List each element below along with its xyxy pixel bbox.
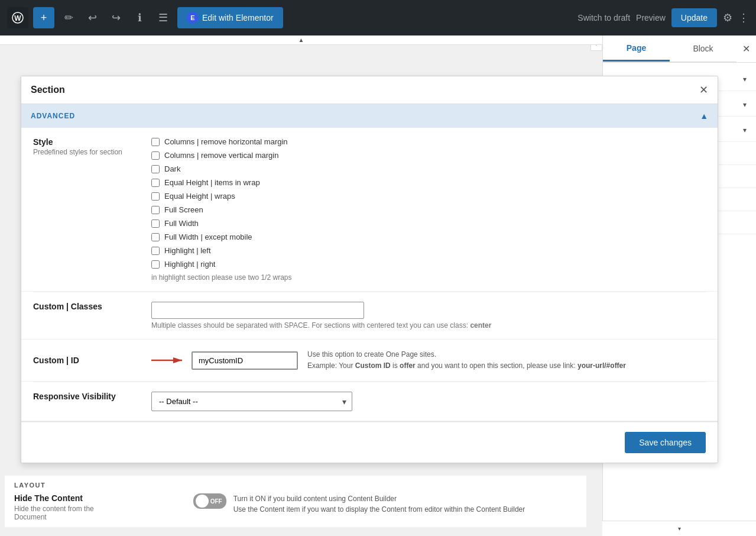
custom-id-row: Custom | ID Use this option to create On… xyxy=(21,340,718,382)
checkbox-equal-height-wraps[interactable]: Equal Height | wraps xyxy=(151,192,706,201)
checkbox-dark-input[interactable] xyxy=(151,165,160,173)
checkbox-full-screen[interactable]: Full Screen xyxy=(151,205,706,214)
layout-label: LAYOUT xyxy=(14,482,577,489)
list-button[interactable]: ☰ xyxy=(154,8,173,27)
preview-link[interactable]: Preview xyxy=(636,13,666,22)
checkbox-full-width-except-mobile[interactable]: Full Width | except mobile xyxy=(151,233,706,241)
scroll-down-indicator[interactable]: ▾ xyxy=(602,521,756,536)
advanced-tab-collapse-icon: ▲ xyxy=(700,111,708,121)
custom-id-input-group: Use this option to create One Page sites… xyxy=(192,349,706,372)
checkbox-columns-remove-vertical[interactable]: Columns | remove vertical margin xyxy=(151,151,706,160)
checkbox-equal-height-wraps-input[interactable] xyxy=(151,192,160,201)
switch-to-draft-link[interactable]: Switch to draft xyxy=(577,13,630,22)
tab-block[interactable]: Block xyxy=(670,35,736,62)
style-label: Style xyxy=(33,137,151,147)
section-dialog: Section ✕ ADVANCED ▲ Style Predefined st… xyxy=(21,76,718,463)
custom-classes-control-col: Multiple classes should be separated wit… xyxy=(151,302,706,330)
checkbox-full-width-except-mobile-input[interactable] xyxy=(151,233,160,241)
hide-content-text: Hide The Content Hide the content from t… xyxy=(14,493,186,521)
responsive-label: Responsive Visibility xyxy=(33,392,151,401)
red-arrow-icon xyxy=(151,353,187,367)
advanced-tab-bar[interactable]: ADVANCED ▲ xyxy=(21,104,718,128)
checkbox-highlight-right[interactable]: Highlight | right xyxy=(151,260,706,269)
add-button[interactable]: + xyxy=(33,7,54,28)
custom-id-description: Use this option to create One Page sites… xyxy=(307,349,626,372)
scroll-up-indicator[interactable]: ▲ xyxy=(0,35,602,45)
custom-classes-label: Custom | Classes xyxy=(33,302,151,311)
toggle-label: OFF xyxy=(210,498,222,505)
update-button[interactable]: Update xyxy=(671,8,717,27)
checkbox-columns-remove-horizontal-input[interactable] xyxy=(151,138,160,146)
dialog-close-button[interactable]: ✕ xyxy=(699,83,708,96)
checkbox-full-width-input[interactable] xyxy=(151,219,160,228)
responsive-visibility-row: Responsive Visibility -- Default -- ▾ xyxy=(21,382,718,421)
edit-with-elementor-button[interactable]: E Edit with Elementor xyxy=(177,7,283,28)
toggle-knob xyxy=(196,495,209,508)
responsive-select-wrap: -- Default -- ▾ xyxy=(151,392,352,411)
info-button[interactable]: ℹ xyxy=(130,8,149,27)
responsive-select[interactable]: -- Default -- xyxy=(151,392,352,411)
responsive-control-col: -- Default -- ▾ xyxy=(151,392,706,411)
dialog-title: Section xyxy=(31,85,65,95)
admin-bar: W + ✏ ↩ ↪ ℹ ☰ E Edit with Elementor Swit… xyxy=(0,0,756,35)
style-label-col: Style Predefined styles for section xyxy=(33,137,151,156)
responsive-label-col: Responsive Visibility xyxy=(33,392,151,402)
red-arrow-annotation xyxy=(151,353,187,367)
custom-id-input[interactable] xyxy=(192,351,298,370)
toggle-off-switch[interactable]: OFF xyxy=(193,493,226,509)
save-changes-button[interactable]: Save changes xyxy=(625,432,706,453)
undo-button[interactable]: ↩ xyxy=(83,8,102,27)
checkbox-equal-height-items-input[interactable] xyxy=(151,179,160,187)
custom-classes-input[interactable] xyxy=(151,302,364,319)
dialog-footer: Save changes xyxy=(21,422,718,463)
hide-content-desc: Hide the content from the xyxy=(14,505,186,513)
highlight-hint: in highlight section please use two 1/2 … xyxy=(151,273,706,282)
advanced-tab-label: ADVANCED xyxy=(31,112,75,120)
more-options-button[interactable]: ⋮ xyxy=(738,11,749,24)
checkbox-highlight-right-input[interactable] xyxy=(151,260,160,269)
svg-text:W: W xyxy=(14,14,21,22)
custom-classes-hint: Multiple classes should be separated wit… xyxy=(151,321,706,330)
checkbox-highlight-left-input[interactable] xyxy=(151,247,160,255)
elementor-badge: E xyxy=(187,12,199,24)
settings-icon-button[interactable]: ⚙ xyxy=(723,11,732,24)
checkbox-full-width[interactable]: Full Width xyxy=(151,219,706,228)
document-text: Document xyxy=(14,513,186,521)
custom-id-label: Custom | ID xyxy=(33,356,151,365)
dialog-header: Section ✕ xyxy=(21,76,718,104)
tab-page[interactable]: Page xyxy=(603,35,670,62)
admin-bar-right: Switch to draft Preview Update ⚙ ⋮ xyxy=(577,8,749,27)
style-row: Style Predefined styles for section Colu… xyxy=(21,128,718,292)
sidebar-close-button[interactable]: ✕ xyxy=(736,35,756,62)
wp-logo-icon[interactable]: W xyxy=(7,7,28,28)
style-checkboxes-col: Columns | remove horizontal margin Colum… xyxy=(151,137,706,282)
checkbox-full-screen-input[interactable] xyxy=(151,206,160,214)
hide-content-title: Hide The Content xyxy=(14,493,186,503)
content-builder-desc: Turn it ON if you build content using Co… xyxy=(233,493,577,515)
hide-content-section: Hide The Content Hide the content from t… xyxy=(14,493,577,521)
checkbox-highlight-left[interactable]: Highlight | left xyxy=(151,246,706,255)
style-desc: Predefined styles for section xyxy=(33,148,151,156)
edit-icon-btn[interactable]: ✏ xyxy=(59,8,78,27)
custom-classes-label-col: Custom | Classes xyxy=(33,302,151,312)
checkbox-columns-remove-horizontal[interactable]: Columns | remove horizontal margin xyxy=(151,137,706,146)
bottom-panel: LAYOUT Hide The Content Hide the content… xyxy=(0,471,591,536)
redo-button[interactable]: ↪ xyxy=(106,8,125,27)
checkbox-equal-height-items[interactable]: Equal Height | items in wrap xyxy=(151,178,706,187)
bottom-inner: LAYOUT Hide The Content Hide the content… xyxy=(5,476,586,527)
custom-classes-row: Custom | Classes Multiple classes should… xyxy=(21,292,718,340)
checkbox-columns-remove-vertical-input[interactable] xyxy=(151,151,160,160)
checkbox-dark[interactable]: Dark xyxy=(151,164,706,173)
